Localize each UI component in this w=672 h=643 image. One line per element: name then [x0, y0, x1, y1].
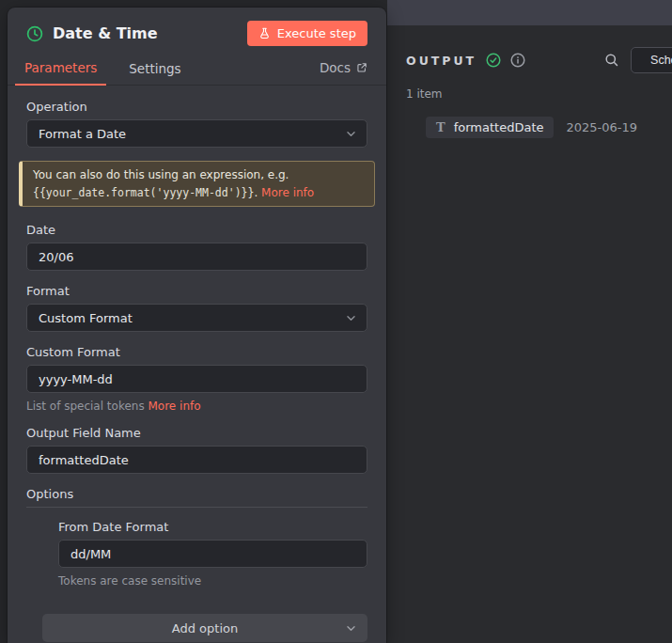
tabs: Parameters Settings Docs [8, 60, 386, 86]
notice-more-info-link[interactable]: More info [261, 186, 314, 199]
operation-value: Format a Date [39, 127, 126, 141]
search-icon[interactable] [604, 53, 619, 68]
from-date-format-input[interactable] [58, 540, 367, 568]
items-count: 1 item [406, 87, 672, 101]
from-date-format-label: From Date Format [58, 520, 367, 534]
output-field-name-input[interactable] [26, 446, 367, 474]
from-date-format-helper: Tokens are case sensitive [58, 574, 367, 588]
panel-header-row: Date & Time Execute step [26, 21, 367, 46]
custom-format-label: Custom Format [26, 345, 367, 359]
format-label: Format [26, 284, 367, 298]
output-field-name-label: Output Field Name [26, 426, 367, 440]
date-label: Date [26, 223, 367, 237]
notice-code: {{your_date.format('yyyy-MM-dd')}} [33, 186, 254, 199]
add-option-button[interactable]: Add option [42, 614, 367, 642]
ndv-header-strip [387, 0, 672, 25]
options-divider [26, 507, 367, 508]
success-check-icon [486, 53, 501, 68]
node-settings-panel: Date & Time Execute step Parameters Sett… [8, 8, 386, 643]
execute-step-button[interactable]: Execute step [247, 21, 367, 46]
chevron-down-icon [345, 312, 357, 324]
external-link-icon [356, 62, 367, 73]
date-input[interactable] [26, 243, 367, 271]
output-key-pill[interactable]: T formattedDate [426, 117, 554, 138]
options-label: Options [26, 487, 367, 501]
chevron-down-icon [345, 128, 357, 140]
notice-intro: You can also do this using an expression… [33, 168, 289, 181]
chevron-down-icon [345, 622, 357, 635]
add-option-label: Add option [172, 621, 238, 635]
clock-icon [26, 25, 43, 42]
notice-suffix: . [254, 186, 258, 199]
string-type-icon: T [436, 120, 445, 134]
format-select[interactable]: Custom Format [26, 304, 367, 332]
output-title: OUTPUT [406, 54, 477, 68]
operation-select[interactable]: Format a Date [26, 119, 367, 148]
custom-format-helper: List of special tokens More info [26, 400, 367, 413]
output-header: OUTPUT Schema [406, 47, 672, 73]
execute-step-label: Execute step [277, 26, 356, 40]
custom-format-input[interactable] [26, 365, 367, 393]
output-value: 2025-06-19 [566, 120, 637, 134]
format-value: Custom Format [39, 311, 133, 325]
output-data-row: T formattedDate 2025-06-19 [406, 117, 672, 138]
operation-label: Operation [26, 100, 367, 114]
tab-parameters[interactable]: Parameters [15, 60, 106, 86]
node-title: Date & Time [53, 24, 158, 42]
docs-link[interactable]: Docs [320, 60, 367, 85]
tab-settings[interactable]: Settings [119, 61, 190, 85]
docs-label: Docs [320, 60, 351, 75]
output-panel: OUTPUT Schema 1 item T formattedDate 202… [387, 0, 672, 643]
flask-icon [258, 27, 271, 39]
info-icon[interactable] [510, 53, 525, 68]
tokens-more-info-link[interactable]: More info [148, 400, 201, 413]
output-key-name: formattedDate [454, 120, 544, 134]
custom-format-helper-text: List of special tokens [26, 400, 145, 413]
schema-view-button[interactable]: Schema [631, 47, 672, 73]
expression-notice: You can also do this using an expression… [19, 161, 375, 207]
